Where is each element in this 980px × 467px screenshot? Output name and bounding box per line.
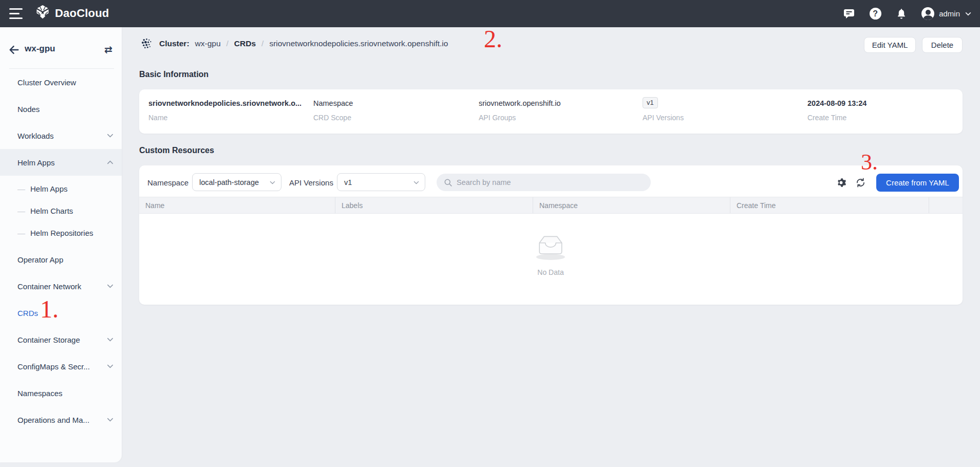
- chevron-down-icon: [106, 336, 114, 344]
- dash-icon: —: [17, 184, 25, 193]
- api-versions-filter-label: API Versions: [289, 178, 333, 187]
- sidebar-item-crds[interactable]: CRDs: [0, 300, 122, 326]
- breadcrumb: Cluster: wx-gpu / CRDs / sriovnetworknod…: [141, 35, 448, 52]
- chevron-down-icon: [106, 283, 114, 290]
- help-icon[interactable]: ?: [869, 8, 881, 20]
- search-input[interactable]: [457, 178, 644, 186]
- empty-state-text: No Data: [504, 268, 597, 276]
- sidebar-item-configmaps-secrets[interactable]: ConfigMaps & Secr...: [0, 353, 122, 380]
- sidebar-item-label: Helm Repositories: [30, 229, 93, 237]
- breadcrumb-crds-link[interactable]: CRDs: [234, 39, 256, 48]
- sidebar-item-container-network[interactable]: Container Network: [0, 273, 122, 300]
- helm-apps-subgroup: — Helm Apps — Helm Charts — Helm Reposit…: [0, 178, 122, 244]
- sidebar-item-label: Workloads: [17, 132, 54, 140]
- sidebar-item-container-storage[interactable]: Container Storage: [0, 326, 122, 353]
- api-versions-select-value: v1: [344, 178, 352, 186]
- sidebar-item-namespaces[interactable]: Namespaces: [0, 380, 122, 406]
- sidebar-item-label: Cluster Overview: [17, 78, 76, 87]
- column-header-labels: Labels: [335, 197, 533, 213]
- dash-icon: —: [17, 207, 25, 215]
- basic-information-card: sriovnetworknodepolicies.sriovnetwork.o.…: [139, 89, 963, 134]
- sidebar-item-operator-app[interactable]: Operator App: [0, 246, 122, 273]
- sidebar-item-label: ConfigMaps & Secr...: [17, 362, 90, 371]
- search-icon: [444, 178, 453, 187]
- sidebar-item-helm-apps[interactable]: Helm Apps: [0, 149, 122, 176]
- brand-name: DaoCloud: [55, 7, 109, 20]
- cluster-icon: [141, 38, 154, 50]
- field-label: Create Time: [807, 114, 846, 122]
- username: admin: [939, 9, 960, 18]
- question-mark-icon: ?: [870, 8, 881, 20]
- create-from-yaml-button[interactable]: Create from YAML: [876, 174, 959, 192]
- sidebar-item-nodes[interactable]: Nodes: [0, 96, 122, 122]
- api-version-badge: v1: [643, 97, 658, 108]
- delete-button[interactable]: Delete: [922, 37, 963, 53]
- breadcrumb-cluster-link[interactable]: wx-gpu: [195, 39, 221, 48]
- back-arrow-icon[interactable]: [8, 44, 20, 55]
- sidebar-item-label: Container Network: [17, 282, 81, 291]
- sidebar-item-label: Helm Charts: [30, 207, 73, 215]
- custom-resources-title: Custom Resources: [139, 146, 214, 155]
- hamburger-icon: [9, 13, 20, 14]
- chevron-down-icon: [106, 363, 114, 370]
- field-value: v1: [643, 97, 658, 108]
- sidebar-item-cluster-overview[interactable]: Cluster Overview: [0, 69, 122, 96]
- sidebar-item-label: Container Storage: [17, 335, 80, 344]
- sidebar-item-label: Helm Apps: [17, 158, 55, 167]
- switch-cluster-icon[interactable]: ⇄: [103, 44, 114, 55]
- menu-toggle-button[interactable]: [9, 8, 23, 19]
- field-label: API Groups: [479, 114, 516, 122]
- field-value: 2024-08-09 13:24: [807, 99, 866, 107]
- cluster-name: wx-gpu: [25, 44, 55, 54]
- sidebar-nav: Cluster Overview Nodes Workloads Helm Ap…: [0, 69, 122, 433]
- chevron-down-icon: [106, 132, 114, 140]
- settings-button[interactable]: [835, 176, 847, 189]
- sidebar-header: wx-gpu ⇄: [0, 40, 122, 61]
- sidebar-item-operations-maintenance[interactable]: Operations and Ma...: [0, 406, 122, 433]
- breadcrumb-prefix: Cluster:: [159, 39, 190, 48]
- api-versions-select[interactable]: v1: [337, 173, 425, 191]
- column-header-name: Name: [139, 197, 335, 213]
- hamburger-icon: [9, 17, 23, 19]
- field-value: sriovnetwork.openshift.io: [479, 99, 561, 107]
- table-header: Name Labels Namespace Create Time: [139, 197, 963, 214]
- field-value: sriovnetworknodepolicies.sriovnetwork.o.…: [148, 99, 301, 107]
- user-avatar-icon: [921, 7, 934, 20]
- namespace-select[interactable]: local-path-storage: [192, 173, 281, 191]
- annotation-step-1: 1.: [40, 297, 59, 322]
- empty-state: No Data: [504, 231, 597, 276]
- chevron-up-icon: [106, 159, 114, 166]
- namespace-select-value: local-path-storage: [199, 178, 259, 186]
- search-box: [437, 174, 651, 191]
- dash-icon: —: [17, 229, 25, 237]
- breadcrumb-separator: /: [227, 39, 229, 48]
- sidebar-subitem-helm-charts[interactable]: — Helm Charts: [0, 200, 122, 222]
- refresh-icon: [855, 177, 866, 188]
- field-label: API Versions: [643, 114, 684, 122]
- hamburger-icon: [9, 8, 23, 10]
- column-header-create-time: Create Time: [730, 197, 929, 213]
- custom-resources-card: Namespace local-path-storage API Version…: [139, 165, 963, 305]
- sidebar-item-label: CRDs: [17, 309, 38, 317]
- user-menu[interactable]: admin: [921, 7, 972, 20]
- notifications-bell-icon[interactable]: [895, 8, 908, 20]
- topbar-right: ? admin: [843, 0, 972, 27]
- messages-icon[interactable]: [843, 8, 855, 20]
- sidebar: wx-gpu ⇄ Cluster Overview Nodes Workload…: [0, 27, 122, 462]
- sidebar-item-label: Namespaces: [17, 389, 63, 398]
- edit-yaml-button[interactable]: Edit YAML: [864, 37, 916, 53]
- topbar: DaoCloud ?: [0, 0, 980, 27]
- annotation-step-2: 2.: [484, 27, 502, 51]
- annotation-step-3: 3.: [861, 151, 878, 174]
- sidebar-subitem-helm-repositories[interactable]: — Helm Repositories: [0, 222, 122, 244]
- gear-icon: [836, 177, 846, 188]
- screen: DaoCloud ?: [0, 0, 980, 467]
- field-value: Namespace: [313, 99, 353, 107]
- field-label: Name: [148, 114, 167, 122]
- refresh-button[interactable]: [854, 176, 866, 189]
- breadcrumb-separator: /: [261, 39, 263, 48]
- daocloud-logo-icon: [35, 5, 50, 22]
- sidebar-item-workloads[interactable]: Workloads: [0, 122, 122, 149]
- empty-inbox-icon: [532, 231, 570, 261]
- sidebar-subitem-helm-apps[interactable]: — Helm Apps: [0, 178, 122, 200]
